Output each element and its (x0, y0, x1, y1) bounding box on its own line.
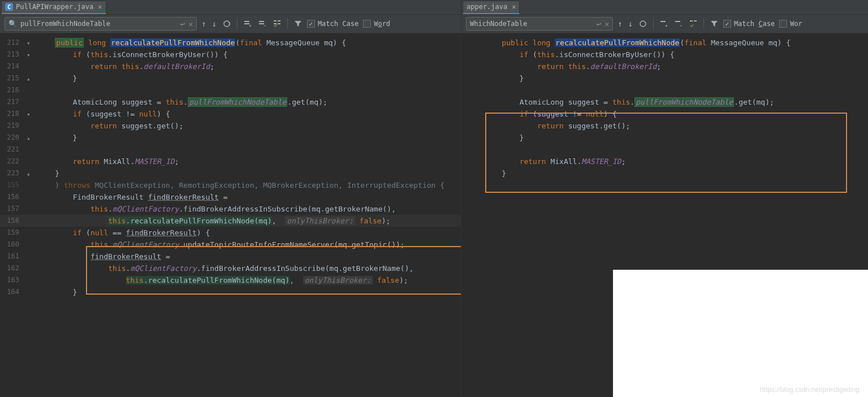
svg-text:−: − (680, 23, 683, 28)
select-all-icon[interactable] (273, 19, 282, 28)
svg-rect-1 (244, 21, 249, 22)
watermark-text: https://blog.csdn.net/prestigeding (760, 386, 860, 394)
svg-rect-4 (259, 21, 264, 22)
tab-label: PullAPIWrapper.java (16, 3, 93, 11)
search-input[interactable] (20, 20, 177, 28)
blank-panel (613, 270, 868, 397)
next-match-icon[interactable]: ↓ (211, 19, 216, 28)
remove-selection-icon[interactable]: − (258, 19, 267, 28)
svg-text:+: + (249, 23, 252, 28)
svg-text:−: − (264, 23, 266, 28)
next-match-icon[interactable]: ↓ (628, 19, 632, 28)
file-tab-right[interactable]: apper.java ✕ (463, 1, 520, 14)
svg-rect-14 (675, 21, 680, 22)
svg-rect-8 (278, 20, 280, 21)
add-selection-icon[interactable]: + (659, 19, 668, 28)
find-actions: ↑ ↓ + − (617, 18, 719, 29)
search-field[interactable]: 🔍 ↩ ✕ (5, 17, 197, 31)
remove-selection-icon[interactable]: − (674, 19, 683, 28)
match-case-option[interactable]: Match Case (723, 20, 775, 28)
left-editor-pane: C PullAPIWrapper.java ✕ 🔍 ↩ ✕ ↑ ↓ + − Ma… (0, 0, 461, 397)
select-all-occurrences-icon[interactable] (638, 19, 647, 28)
select-all-occurrences-icon[interactable] (222, 19, 231, 28)
close-icon[interactable]: ✕ (510, 3, 516, 11)
svg-rect-9 (274, 23, 277, 24)
filter-icon[interactable] (710, 19, 719, 28)
code-editor-right[interactable]: public long recalculatePullFromWhichNode… (461, 33, 868, 397)
svg-rect-10 (278, 23, 280, 24)
svg-point-0 (224, 21, 230, 27)
tab-bar: apper.java ✕ (461, 0, 868, 14)
svg-text:+: + (665, 23, 668, 28)
match-case-option[interactable]: Match Match CaseCase (307, 20, 359, 28)
enter-icon[interactable]: ↩ (180, 19, 185, 28)
close-icon[interactable]: ✕ (96, 3, 102, 11)
clear-search-icon[interactable]: ✕ (188, 20, 193, 28)
svg-point-11 (640, 21, 646, 27)
search-input[interactable] (470, 20, 593, 28)
checkbox-icon (363, 20, 371, 28)
class-file-icon: C (5, 3, 13, 11)
enter-icon[interactable]: ↩ (597, 19, 601, 28)
svg-rect-12 (660, 21, 666, 22)
find-actions: ↑ ↓ + − (201, 18, 303, 29)
search-icon: 🔍 (8, 20, 17, 28)
svg-rect-17 (694, 20, 697, 21)
clear-search-icon[interactable]: ✕ (604, 20, 609, 28)
find-toolbar: 🔍 ↩ ✕ ↑ ↓ + − Match Match CaseCase Word (0, 14, 461, 33)
checkbox-icon (779, 20, 787, 28)
add-selection-icon[interactable]: + (243, 19, 252, 28)
filter-icon[interactable] (293, 19, 303, 28)
svg-rect-7 (274, 20, 277, 21)
code-editor-left[interactable]: 212 public long recalculatePullFromWhich… (0, 33, 461, 397)
select-all-icon[interactable] (689, 19, 698, 28)
checkbox-icon (723, 20, 731, 28)
tab-label: apper.java (467, 3, 507, 11)
word-option[interactable]: Word (363, 20, 390, 28)
search-field[interactable]: ↩ ✕ (466, 17, 613, 31)
find-toolbar: ↩ ✕ ↑ ↓ + − Match Case Wor (461, 14, 868, 33)
word-option[interactable]: Wor (779, 20, 802, 28)
file-tab-left[interactable]: C PullAPIWrapper.java ✕ (1, 1, 106, 14)
prev-match-icon[interactable]: ↑ (201, 19, 206, 28)
line-number: 212 (0, 37, 27, 49)
tab-bar: C PullAPIWrapper.java ✕ (0, 0, 461, 14)
prev-match-icon[interactable]: ↑ (617, 19, 622, 28)
right-editor-pane: apper.java ✕ ↩ ✕ ↑ ↓ + − Match Case Wor (461, 0, 868, 397)
svg-rect-16 (690, 20, 693, 21)
checkbox-icon (307, 20, 315, 28)
